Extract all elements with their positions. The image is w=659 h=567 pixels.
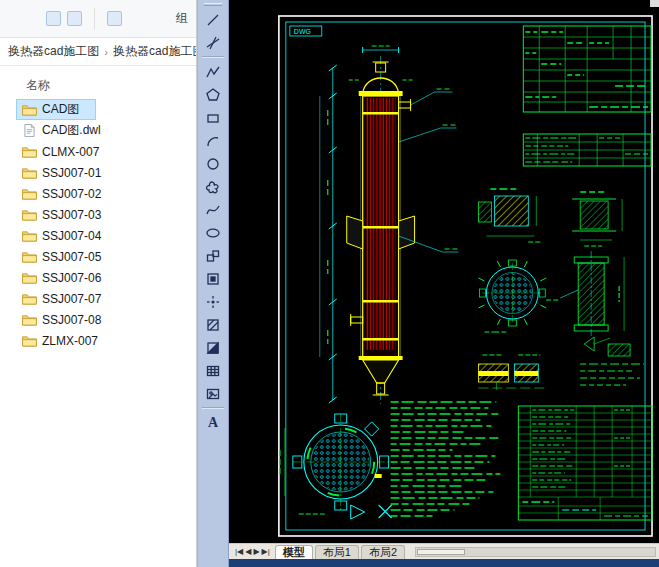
tube-bundle-detail [478,260,546,332]
layout-tab-bar: |◀ ◀ ▶ ▶| 模型 布局1 布局2 [229,543,659,559]
file-name: ZLMX-007 [42,334,98,348]
draw-toolbar: A [197,0,229,567]
spline-icon[interactable] [200,198,226,221]
scrollbar-thumb[interactable] [417,549,465,555]
last-tab-button[interactable]: ▶| [262,547,270,556]
list-item[interactable]: SSJ007-05 [0,246,196,267]
list-item[interactable]: SSJ007-01 [0,162,196,183]
explorer-ribbon: 组 [0,0,196,38]
list-item[interactable]: CAD图.dwl [0,120,196,141]
revision-table [523,134,651,166]
insert-block-icon[interactable] [200,244,226,267]
file-name: SSJ007-08 [42,313,101,327]
toolbar-drag-handle[interactable] [204,3,222,6]
table-icon[interactable] [200,359,226,382]
image-icon[interactable] [200,382,226,405]
file-name: SSJ007-01 [42,166,101,180]
polygon-icon[interactable] [200,83,226,106]
title-block [523,26,651,112]
folder-icon [21,251,37,263]
breadcrumb-separator-icon: › [104,46,108,58]
list-item[interactable]: CAD图 [0,99,196,120]
first-tab-button[interactable]: |◀ [235,547,243,556]
column-header-name[interactable]: 名称 [0,66,196,99]
circle-icon[interactable] [200,152,226,175]
point-icon[interactable] [200,290,226,313]
ribbon-separator [94,8,95,30]
file-name: CLMX-007 [42,145,99,159]
revision-cloud-icon[interactable] [200,175,226,198]
breadcrumb-segment[interactable]: 换热器cad施工图 [113,43,196,60]
rectangle-icon[interactable] [200,106,226,129]
toolbar-separator [202,56,224,58]
prev-tab-button[interactable]: ◀ [245,547,251,556]
breadcrumb-segment[interactable]: 换热器cad施工图 [8,43,99,60]
gasket-details [478,355,544,390]
list-item[interactable]: SSJ007-04 [0,225,196,246]
frame-tag: DWG [290,26,322,36]
file-name: SSJ007-05 [42,250,101,264]
list-item[interactable]: SSJ007-06 [0,267,196,288]
breadcrumb: 换热器cad施工图 › 换热器cad施工图 [0,38,196,66]
list-item[interactable]: SSJ007-03 [0,204,196,225]
file-name: CAD图.dwl [42,122,101,139]
next-tab-button[interactable]: ▶ [253,547,259,556]
list-item[interactable]: SSJ007-02 [0,183,196,204]
toolbar-separator [202,407,224,409]
folder-icon [21,272,37,284]
construction-line-icon[interactable] [200,31,226,54]
folder-icon [21,230,37,242]
folder-icon [21,335,37,347]
folder-icon [21,167,37,179]
weld-details [580,337,644,385]
file-name: CAD图 [42,101,79,118]
folder-icon [21,188,37,200]
ribbon-icon[interactable] [46,11,61,26]
notes-block [391,402,501,516]
file-icon [21,124,37,137]
horizontal-scrollbar[interactable] [415,547,656,557]
file-name: SSJ007-06 [42,271,101,285]
parts-list-table [518,406,652,520]
svg-text:DWG: DWG [294,28,311,35]
status-bar [229,559,659,567]
tubesheet-view [280,414,389,514]
polyline-icon[interactable] [200,60,226,83]
list-item[interactable]: SSJ007-08 [0,309,196,330]
hatch-icon[interactable] [200,313,226,336]
list-item[interactable]: CLMX-007 [0,141,196,162]
file-name: SSJ007-03 [42,208,101,222]
folder-icon [21,209,37,221]
file-name: SSJ007-04 [42,229,101,243]
ribbon-icon[interactable] [107,11,122,26]
folder-icon [21,293,37,305]
view-markers [351,505,392,519]
list-item[interactable]: SSJ007-07 [0,288,196,309]
screen: 组 换热器cad施工图 › 换热器cad施工图 名称 CAD图 CAD图.dwl… [0,0,659,567]
shell-section-detail [546,251,624,338]
file-list: CAD图 CAD图.dwl CLMX-007 SSJ007-01 SSJ007-… [0,99,196,351]
file-explorer-panel: 组 换热器cad施工图 › 换热器cad施工图 名称 CAD图 CAD图.dwl… [0,0,197,567]
folder-icon [21,314,37,326]
tab-layout1[interactable]: 布局1 [315,545,359,559]
file-name: SSJ007-07 [42,292,101,306]
mtext-icon[interactable]: A [200,411,226,434]
ellipse-icon[interactable] [200,221,226,244]
detail-a [478,189,542,242]
folder-icon [21,146,37,158]
ribbon-icon[interactable] [67,11,82,26]
cad-drawing: DWG [229,0,659,543]
arc-icon[interactable] [200,129,226,152]
file-name: SSJ007-02 [42,187,101,201]
line-icon[interactable] [200,8,226,31]
layout-tab-nav: |◀ ◀ ▶ ▶| [232,547,273,556]
ribbon-group-label: 组 [176,10,188,27]
list-item[interactable]: ZLMX-007 [0,330,196,351]
tab-model[interactable]: 模型 [275,545,313,559]
detail-b [572,192,622,246]
gradient-icon[interactable] [200,336,226,359]
tab-layout2[interactable]: 布局2 [361,545,405,559]
cad-viewport[interactable]: DWG [229,0,659,567]
window-corner-fragment [650,0,659,7]
make-block-icon[interactable] [200,267,226,290]
